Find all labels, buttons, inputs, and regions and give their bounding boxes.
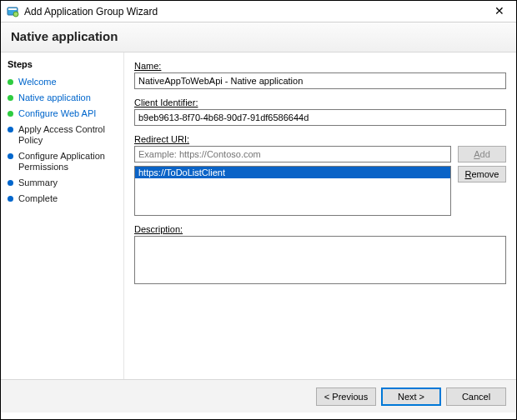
titlebar: Add Application Group Wizard ✕ — [1, 1, 516, 22]
add-button: Add — [458, 146, 506, 162]
step-summary[interactable]: Summary — [8, 175, 120, 191]
svg-rect-1 — [8, 8, 17, 10]
step-label: Welcome — [18, 77, 57, 88]
wizard-footer: < Previous Next > Cancel — [1, 379, 516, 412]
description-label: Description: — [134, 224, 506, 234]
redirect-uri-label: Redirect URI: — [134, 134, 506, 144]
bullet-icon — [8, 111, 13, 117]
steps-sidebar: Steps Welcome Native application Configu… — [1, 52, 124, 379]
page-title: Native application — [11, 29, 506, 43]
remove-button[interactable]: Remove — [458, 166, 506, 182]
bullet-icon — [8, 196, 13, 202]
list-item[interactable]: https://ToDoListClient — [135, 167, 450, 178]
bullet-icon — [8, 180, 13, 186]
wizard-body: Steps Welcome Native application Configu… — [1, 52, 516, 379]
previous-button[interactable]: < Previous — [316, 388, 376, 406]
client-identifier-input[interactable] — [134, 109, 506, 126]
name-input[interactable] — [134, 72, 506, 89]
step-label: Configure Web API — [18, 108, 96, 119]
bullet-icon — [8, 153, 13, 159]
description-input[interactable] — [134, 236, 506, 284]
step-label: Complete — [18, 193, 58, 204]
next-button[interactable]: Next > — [381, 388, 441, 406]
name-label: Name: — [134, 61, 506, 71]
client-identifier-label: Client Identifier: — [134, 98, 506, 108]
step-label: Configure Application Permissions — [18, 151, 120, 172]
step-complete[interactable]: Complete — [8, 191, 120, 207]
step-label: Apply Access Control Policy — [18, 124, 120, 146]
main-panel: Name: Client Identifier: Redirect URI: A… — [124, 52, 516, 379]
step-configure-application-permissions[interactable]: Configure Application Permissions — [8, 148, 120, 175]
step-configure-web-api[interactable]: Configure Web API — [8, 106, 120, 122]
redirect-uri-list[interactable]: https://ToDoListClient — [134, 166, 451, 216]
close-button[interactable]: ✕ — [488, 3, 511, 20]
bullet-icon — [8, 95, 13, 101]
window-title: Add Application Group Wizard — [24, 6, 488, 18]
bullet-icon — [8, 79, 13, 85]
step-native-application[interactable]: Native application — [8, 90, 120, 106]
step-label: Summary — [18, 178, 58, 188]
bullet-icon — [8, 127, 13, 132]
wizard-icon — [6, 5, 19, 18]
svg-point-2 — [13, 12, 18, 17]
steps-heading: Steps — [8, 59, 120, 69]
wizard-header: Native application — [1, 22, 516, 52]
cancel-button[interactable]: Cancel — [446, 388, 506, 406]
redirect-uri-input[interactable] — [134, 146, 451, 162]
step-welcome[interactable]: Welcome — [8, 74, 120, 90]
step-label: Native application — [18, 92, 91, 103]
steps-list: Welcome Native application Configure Web… — [8, 74, 120, 207]
step-apply-access-control-policy[interactable]: Apply Access Control Policy — [8, 122, 120, 148]
